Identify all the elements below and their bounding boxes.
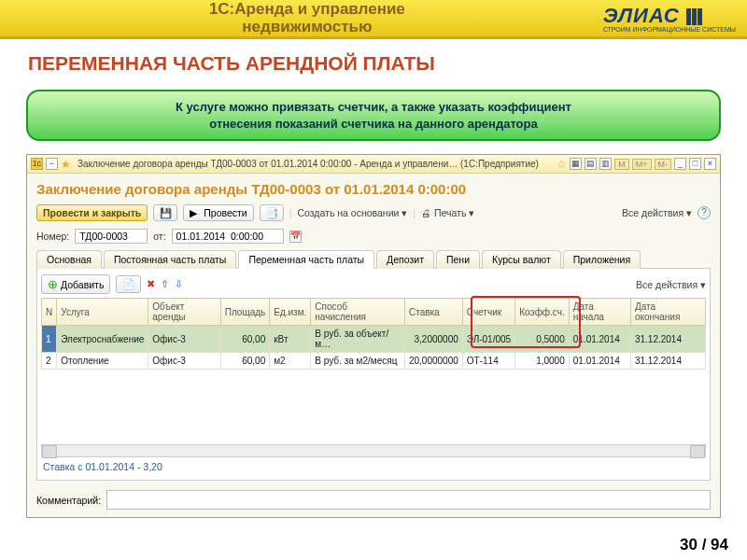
create-label: Создать на основании	[297, 207, 399, 218]
comment-input[interactable]	[106, 490, 711, 510]
table-row[interactable]: 2 Отопление Офис-3 60,00 м2 В руб. за м2…	[42, 353, 706, 370]
delete-icon[interactable]: ✖	[147, 278, 155, 290]
col-meter[interactable]: Счетчик	[462, 299, 514, 326]
tab-peni[interactable]: Пени	[436, 250, 480, 269]
logo-text: ЭЛИАС	[603, 4, 680, 27]
favorite-icon[interactable]: ★	[61, 158, 71, 171]
col-d2[interactable]: Дата окончания	[630, 299, 705, 326]
all-actions-label: Все действия	[622, 207, 684, 218]
banner-title-l2: недвижимостью	[242, 18, 372, 35]
print-button[interactable]: 🖨 Печать ▾	[421, 207, 474, 218]
cell[interactable]: ОТ-114	[462, 353, 514, 370]
cell[interactable]: 31.12.2014	[630, 353, 705, 370]
col-service[interactable]: Услуга	[57, 299, 148, 326]
doc-title: Заключение договора аренды ТД00-0003 от …	[36, 181, 711, 197]
col-n[interactable]: N	[42, 299, 57, 326]
num-label: Номер:	[36, 231, 69, 242]
cell[interactable]: 1,0000	[515, 353, 570, 370]
header-row: N Услуга Объект аренды Площадь Ед.изм. С…	[42, 299, 706, 326]
col-coef[interactable]: Коэфф.сч.	[515, 299, 570, 326]
cell[interactable]: Офис-3	[148, 353, 220, 370]
tab-const[interactable]: Постоянная часть платы	[104, 250, 236, 269]
cell[interactable]: Офис-3	[148, 326, 220, 353]
m-minus-chip[interactable]: M-	[655, 159, 672, 170]
col-ed[interactable]: Ед.изм.	[270, 299, 311, 326]
run-label: Провести	[204, 207, 247, 218]
info-note: К услуге можно привязать счетчик, а такж…	[26, 90, 721, 141]
num-input[interactable]	[75, 229, 148, 244]
tool-icon-1[interactable]: ▦	[570, 158, 582, 170]
h-scrollbar[interactable]	[41, 444, 706, 457]
win-max-icon[interactable]: □	[689, 158, 701, 170]
up-icon[interactable]: ⇧	[161, 278, 169, 290]
run-close-button[interactable]: Провести и закрыть	[36, 204, 148, 221]
copy-button[interactable]: 📄	[116, 275, 141, 293]
star-icon[interactable]: ☆	[557, 158, 567, 171]
calendar-icon[interactable]: 📅	[289, 231, 302, 243]
cell[interactable]: 2	[42, 353, 57, 370]
date-label: от:	[153, 231, 165, 242]
app-window: 1c − ★ Заключение договора аренды ТД00-0…	[26, 154, 721, 518]
slide-title: ПЕРЕМЕННАЯ ЧАСТЬ АРЕНДНОЙ ПЛАТЫ	[0, 39, 747, 82]
logo: ЭЛИАС СТРОИМ ИНФОРМАЦИОННЫЕ СИСТЕМЫ	[603, 4, 736, 33]
cell[interactable]: 01.01.2014	[569, 326, 630, 353]
cell[interactable]: м2	[270, 353, 311, 370]
add-label: Добавить	[61, 279, 104, 290]
create-based-on[interactable]: Создать на основании ▾	[297, 207, 407, 218]
minimize-icon[interactable]: −	[46, 158, 58, 170]
down-icon[interactable]: ⇩	[175, 278, 183, 290]
date-input[interactable]	[172, 229, 284, 244]
cell[interactable]: кВт	[270, 326, 311, 353]
pager: 30 / 94	[680, 536, 728, 554]
tool-icon-2[interactable]: ▤	[585, 158, 597, 170]
tab-variable[interactable]: Переменная часть платы	[238, 250, 374, 269]
cell[interactable]: ЭЛ-01/005	[462, 326, 514, 353]
col-d1[interactable]: Дата начала	[569, 299, 630, 326]
cell[interactable]: 3,2000000	[404, 326, 462, 353]
win-min-icon[interactable]: _	[674, 158, 686, 170]
save-button[interactable]: 💾	[153, 204, 177, 221]
cell[interactable]: 01.01.2014	[569, 353, 630, 370]
run-icon: ▶	[190, 207, 201, 218]
panel-all-actions[interactable]: Все действия ▾	[636, 279, 706, 290]
cell[interactable]: 31.12.2014	[630, 326, 705, 353]
cell[interactable]: 0,5000	[515, 326, 570, 353]
col-rate[interactable]: Ставка	[404, 299, 462, 326]
calc-icon[interactable]: ▥	[599, 158, 612, 170]
cell[interactable]: 60,00	[220, 326, 270, 353]
top-banner: 1С:Аренда и управление недвижимостью ЭЛИ…	[0, 0, 747, 39]
run-button[interactable]: ▶Провести	[183, 204, 253, 221]
cell[interactable]: Отопление	[57, 353, 148, 370]
win-close-icon[interactable]: ×	[704, 158, 716, 170]
col-area[interactable]: Площадь	[220, 299, 270, 326]
report-button[interactable]: 📑	[260, 204, 284, 221]
tab-attach[interactable]: Приложения	[563, 250, 641, 269]
help-icon[interactable]: ?	[698, 206, 711, 219]
tabs: Основная Постоянная часть платы Переменн…	[36, 249, 711, 269]
table-row[interactable]: 1 Электроснабжение Офис-3 60,00 кВт В ру…	[42, 326, 706, 353]
all-actions[interactable]: Все действия ▾	[622, 207, 692, 218]
cell[interactable]: Электроснабжение	[57, 326, 148, 353]
cell[interactable]: В руб. за м2/месяц	[311, 353, 405, 370]
rate-info: Ставка с 01.01.2014 - 3,20	[41, 457, 706, 476]
tab-deposit[interactable]: Депозит	[376, 250, 434, 269]
add-button[interactable]: ⊕Добавить	[41, 274, 110, 294]
field-row: Номер: от: 📅	[36, 229, 711, 244]
col-obj[interactable]: Объект аренды	[148, 299, 220, 326]
report-icon: 📑	[266, 207, 277, 218]
m-chip[interactable]: M	[614, 159, 629, 170]
cell[interactable]: 1	[42, 326, 57, 353]
plus-icon: ⊕	[48, 277, 58, 291]
cell[interactable]: В руб. за объект/м…	[311, 326, 405, 353]
disk-icon: 💾	[160, 207, 171, 218]
window-title: Заключение договора аренды ТД00-0003 от …	[74, 159, 554, 169]
banner-title-l1: 1С:Аренда и управление	[209, 0, 405, 18]
cell[interactable]: 20,0000000	[404, 353, 462, 370]
services-grid[interactable]: N Услуга Объект аренды Площадь Ед.изм. С…	[41, 298, 706, 370]
cell[interactable]: 60,00	[220, 353, 270, 370]
tab-rates[interactable]: Курсы валют	[482, 250, 561, 269]
m-plus-chip[interactable]: M+	[632, 159, 652, 170]
note-l1: К услуге можно привязать счетчик, а такж…	[176, 100, 571, 114]
tab-main[interactable]: Основная	[36, 250, 102, 269]
col-method[interactable]: Способ начисления	[311, 299, 405, 326]
